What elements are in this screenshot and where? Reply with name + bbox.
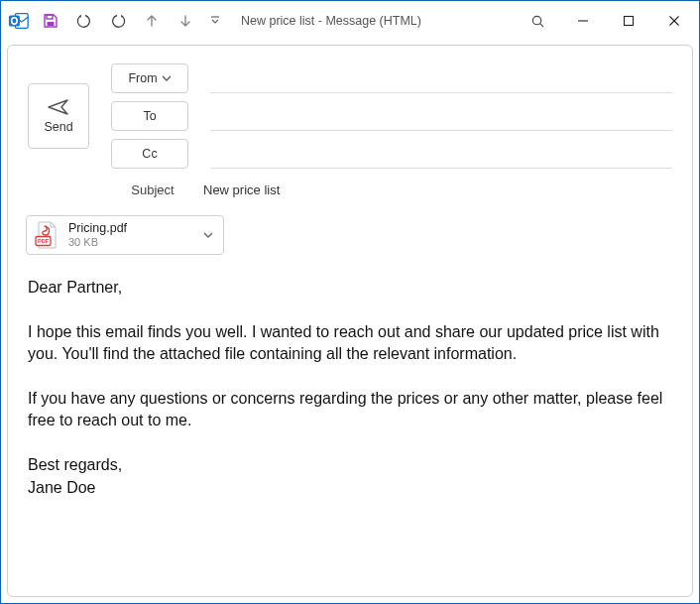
search-icon[interactable]: [515, 5, 560, 37]
attachments-area: PDF Pricing.pdf 30 KB: [8, 205, 692, 257]
send-button-label: Send: [44, 120, 72, 134]
to-button-label: To: [143, 109, 156, 123]
next-item-icon[interactable]: [172, 7, 199, 35]
from-button-label: From: [128, 71, 157, 85]
titlebar: New price list - Message (HTML): [1, 1, 699, 41]
to-field[interactable]: [210, 101, 672, 131]
save-icon[interactable]: [37, 7, 64, 35]
window-title: New price list - Message (HTML): [241, 14, 421, 28]
subject-field[interactable]: New price list: [202, 182, 672, 197]
redo-icon[interactable]: [104, 7, 132, 35]
compose-window: New price list - Message (HTML) Send: [0, 0, 700, 604]
to-button[interactable]: To: [111, 101, 188, 131]
pdf-file-icon: PDF: [33, 220, 60, 250]
chevron-down-icon: [162, 73, 172, 83]
from-field[interactable]: [210, 63, 672, 93]
svg-text:PDF: PDF: [38, 238, 50, 244]
attachment-chip[interactable]: PDF Pricing.pdf 30 KB: [26, 215, 224, 255]
subject-label: Subject: [111, 182, 188, 197]
svg-rect-3: [47, 15, 53, 19]
cc-button[interactable]: Cc: [111, 139, 188, 169]
close-button[interactable]: [651, 5, 697, 37]
send-button[interactable]: Send: [28, 83, 89, 149]
attachment-info: Pricing.pdf 30 KB: [68, 221, 127, 249]
compose-pane: Send From To Cc Subject New price list: [7, 45, 693, 597]
outlook-app-icon: [7, 9, 31, 33]
message-body[interactable]: Dear Partner, I hope this email finds yo…: [8, 257, 692, 596]
message-header: Send From To Cc Subject New price list: [8, 46, 692, 205]
attachment-name: Pricing.pdf: [68, 221, 127, 236]
svg-rect-9: [625, 17, 634, 26]
previous-item-icon[interactable]: [138, 7, 166, 35]
customize-qat-icon[interactable]: [205, 7, 225, 35]
window-controls: [515, 5, 697, 37]
cc-button-label: Cc: [142, 147, 157, 161]
quick-access-toolbar: New price list - Message (HTML): [7, 7, 421, 35]
undo-icon[interactable]: [70, 7, 98, 35]
svg-line-7: [539, 23, 542, 26]
from-button[interactable]: From: [111, 63, 188, 93]
svg-point-6: [532, 16, 540, 24]
maximize-button[interactable]: [606, 5, 651, 37]
attachment-size: 30 KB: [68, 236, 127, 249]
cc-field[interactable]: [210, 139, 672, 169]
send-icon: [48, 98, 69, 116]
minimize-button[interactable]: [560, 5, 606, 37]
svg-rect-4: [48, 22, 55, 26]
attachment-menu-icon[interactable]: [199, 229, 217, 241]
